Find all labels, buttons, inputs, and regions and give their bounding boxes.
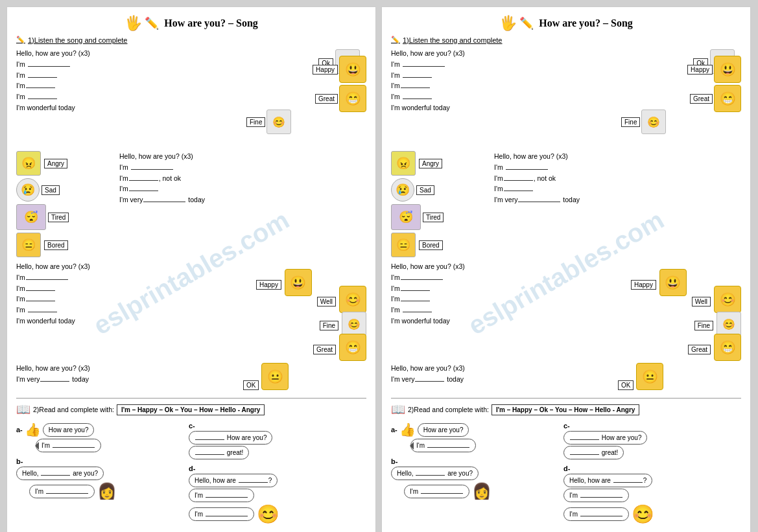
db-label: b- <box>16 457 23 465</box>
lines-section-1r: Hello, how are you? (x3) I'm I'm I'm I'm… <box>391 48 616 148</box>
worksheet-right: eslprintables.com 🖐 ✏️ How are you? – So… <box>381 6 751 532</box>
lines-section-2: Hello, how are you? (x3) I'm I'm I'm I'm… <box>16 261 238 362</box>
great-char-1: 😁 <box>339 85 366 112</box>
song2-line-2: I'm <box>16 283 238 294</box>
woman-char-right: 👩 <box>472 482 492 500</box>
second-song-section: Hello, how are you? (x3) I'm I'm I'm I'm… <box>16 261 366 393</box>
dialogue-b-label-row: b- <box>16 457 185 465</box>
great2-row: Great 😁 <box>313 334 366 361</box>
dc-label: c- <box>189 422 195 430</box>
section2-title-left: 📖 2)Read and complete with: I'm – Happy … <box>16 402 366 417</box>
great-row-1: Great 😁 <box>315 85 366 112</box>
mid-line-1: I'm <box>119 162 366 173</box>
words-box-right: I'm – Happy – Ok – You – How – Hello - A… <box>492 404 639 415</box>
pencil-icon-right: ✏️ <box>519 16 534 30</box>
bored-row: 😑 Bored <box>16 233 117 257</box>
tired-row: 😴 Tired <box>16 204 117 230</box>
header-left: 🖐 ✏️ How are you? – Song <box>16 15 366 32</box>
dialogue-d-a2-row: I'm 😊 <box>189 503 366 525</box>
song2-line-3: I'm <box>16 294 238 305</box>
happy-great-group: Happy 😃 Great 😁 <box>313 56 366 113</box>
dialogue-a-answer-row: I'm <box>16 439 185 452</box>
ok3-area: OK 😐 <box>243 363 366 393</box>
angry-char-img: 😠 <box>16 151 41 176</box>
song-area-1-left: Hello, how are you? (x3) I'm I'm I'm I'm… <box>16 48 366 148</box>
da-label: a- <box>16 426 23 434</box>
smiley-icon-left: 😊 <box>257 503 279 525</box>
dialogue-c-q-row: How are you? <box>189 431 366 445</box>
lines-section-3: Hello, how are you? (x3) I'm very today <box>16 363 238 393</box>
smiley-icon-right: 😊 <box>632 503 654 525</box>
sad-row: 😢 Sad <box>16 178 117 202</box>
chars-section-1: Ok 😐 Happy 😃 Great 😁 <box>246 48 366 148</box>
dialogue-d-label-row: d- <box>189 465 366 472</box>
header-right: 🖐 ✏️ How are you? – Song <box>391 15 741 32</box>
dialogue-c: c- How are you? great! <box>189 422 366 459</box>
ok3-char: 😐 <box>261 363 289 390</box>
happy2-row: Happy 😃 <box>256 269 312 296</box>
header-icons-right: 🖐 ✏️ <box>499 15 534 32</box>
song2-line-1: I'm <box>16 272 238 283</box>
db-answer-bubble: I'm <box>29 485 95 498</box>
well2-char: 😊 <box>339 286 366 313</box>
dialogue-a-label-row: a- 👍 How are you? <box>16 422 185 437</box>
dialogue-d-q-row: Hello, how are ? <box>189 474 366 487</box>
dc-question-bubble: How are you? <box>189 431 272 445</box>
tired-char-img: 😴 <box>16 204 46 230</box>
dd-answer2-bubble: I'm <box>189 507 254 521</box>
fine2-char: 😊 <box>342 312 366 336</box>
happy-char-1: 😃 <box>339 56 366 83</box>
dd-label: d- <box>189 465 195 472</box>
section1-pencil-icon: ✏️ <box>16 36 25 44</box>
bored-char-img: 😑 <box>16 233 41 257</box>
fine2-row: Fine 😊 <box>320 312 366 336</box>
angry-row: 😠 Angry <box>16 151 117 176</box>
page-container: eslprintables.com 🖐 ✏️ How are you? – So… <box>6 6 752 532</box>
emotions-area-right: 😠 Angry 😢 Sad 😴 Tired 😑 Bored Hello, how <box>391 151 741 257</box>
dialogues-area-left: a- 👍 How are you? I'm <box>16 421 366 530</box>
thumb-icon: 👍 <box>25 422 41 437</box>
dialogue-c-answer-row: great! <box>189 446 366 459</box>
dialogue-d: d- Hello, how are ? I'm <box>189 465 366 525</box>
fine-row-1: Fine 😊 <box>246 110 291 134</box>
pencil-icon-left: ✏️ <box>145 16 159 30</box>
section1-title-left: ✏️ 1)Listen the song and complete <box>16 36 366 44</box>
song-line-2: I'm <box>16 70 241 81</box>
mid-line-4: I'm very today <box>119 194 366 205</box>
db-question-bubble: Hello, are you? <box>16 467 104 480</box>
song-line-0: Hello, how are you? (x3) <box>16 48 241 59</box>
dialogue-b-answer-row: I'm 👩 <box>16 482 185 500</box>
dialogue-b: b- Hello, are you? I'm 👩 <box>16 457 185 500</box>
emotions-right-lines: Hello, how are you? (x3) I'm I'm, not ok… <box>119 151 366 257</box>
da-answer-bubble: I'm <box>36 439 101 452</box>
song-line-1: I'm <box>16 59 241 70</box>
dialogue-b-q-row: Hello, are you? <box>16 467 185 480</box>
emotions-left-chars: 😠 Angry 😢 Sad 😴 Tired 😑 Bored <box>16 151 117 257</box>
chars-section-1r: Ok 😐 Happy 😃 Great 😁 <box>621 48 741 148</box>
song-area-2: Hello, how are you? (x3) I'm I'm I'm I'm… <box>16 261 366 362</box>
song-area-3: Hello, how are you? (x3) I'm very today … <box>16 363 366 393</box>
happy2-char: 😃 <box>285 269 312 296</box>
sad-char-img: 😢 <box>16 178 40 202</box>
worksheet-left: eslprintables.com 🖐 ✏️ How are you? – So… <box>6 6 376 532</box>
section1-pencil-icon-r: ✏️ <box>391 36 400 44</box>
dialogue-a: a- 👍 How are you? I'm <box>16 422 185 452</box>
book-icon-right: 📖 <box>391 402 405 417</box>
second-song-section-r: Hello, how are you? (x3) I'm I'm I'm I'm… <box>391 261 741 393</box>
song2-chars: Happy 😃 Well 😊 Fine 😊 Great 😁 <box>243 261 366 362</box>
song3-line-1: I'm very today <box>16 374 238 385</box>
song2-line-0: Hello, how are you? (x3) <box>16 261 238 272</box>
song2-line-5: I'm wonderful today <box>16 316 238 327</box>
words-box-left: I'm – Happy – Ok – You – How – Hello - A… <box>117 404 265 415</box>
song-line-5: I'm wonderful today <box>16 102 241 113</box>
header-icons-left: 🖐 ✏️ <box>124 15 159 32</box>
emotions-area-left: 😠 Angry 😢 Sad 😴 Tired 😑 Bored <box>16 151 366 257</box>
dd-question-bubble: Hello, how are ? <box>189 474 278 487</box>
dialogue-left-ab: a- 👍 How are you? I'm <box>16 421 185 530</box>
mid-line-0: Hello, how are you? (x3) <box>119 151 366 162</box>
fine-char-1: 😊 <box>266 110 291 134</box>
great2-char: 😁 <box>339 334 366 361</box>
song3-area: Hello, how are you? (x3) I'm very today … <box>16 363 366 393</box>
section2-left: 📖 2)Read and complete with: I'm – Happy … <box>16 398 366 530</box>
mid-line-3: I'm <box>119 183 366 194</box>
